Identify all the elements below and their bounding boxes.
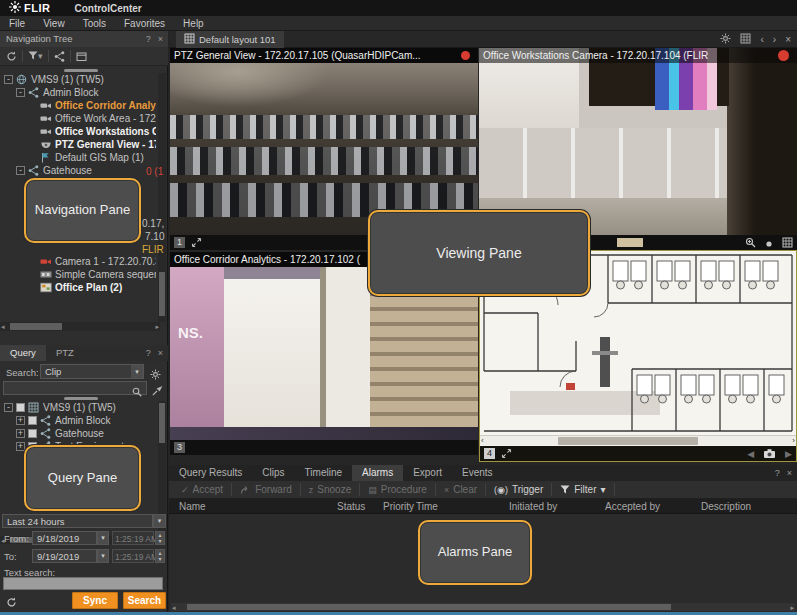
help-icon[interactable]: ? xyxy=(146,345,151,361)
column-header-time[interactable]: Time xyxy=(416,499,438,514)
tab-timeline[interactable]: Timeline xyxy=(295,465,352,481)
checkbox[interactable] xyxy=(16,403,25,412)
to-date-field[interactable]: 9/19/2019 xyxy=(32,549,97,563)
expand-pane-icon[interactable] xyxy=(501,445,512,463)
gear-icon[interactable] xyxy=(720,33,731,46)
tab-query[interactable]: Query xyxy=(0,345,46,361)
expander-icon[interactable]: + xyxy=(16,416,25,425)
menu-tools[interactable]: Tools xyxy=(74,16,115,31)
tab-query-results[interactable]: Query Results xyxy=(169,465,252,481)
close-icon[interactable]: × xyxy=(158,31,163,47)
query-search-input[interactable] xyxy=(3,381,147,395)
close-icon[interactable]: × xyxy=(785,34,791,45)
menu-view[interactable]: View xyxy=(34,16,74,31)
filter-button[interactable]: Filter▾ xyxy=(552,483,614,496)
text-search-input[interactable] xyxy=(3,577,163,590)
chevron-left-icon[interactable]: ‹ xyxy=(760,34,763,45)
time-spinner[interactable]: ▴▾ xyxy=(155,531,165,545)
snapshot-icon[interactable] xyxy=(763,445,776,463)
column-header-initiated-by[interactable]: Initiated by xyxy=(509,499,557,514)
alarm-horizontal-scrollbar[interactable]: ◂ ▸ xyxy=(171,603,795,611)
search-type-dropdown[interactable]: Clip xyxy=(40,364,144,379)
scroll-right-icon[interactable]: ▸ xyxy=(155,322,159,331)
nav-vertical-scrollbar[interactable] xyxy=(158,73,166,322)
search-button[interactable]: Search xyxy=(123,592,166,609)
detach-icon[interactable] xyxy=(76,51,87,62)
tree-item[interactable]: +Gatehouse xyxy=(0,427,156,440)
help-icon[interactable]: ? xyxy=(146,31,151,47)
menu-help[interactable]: Help xyxy=(174,16,213,31)
trigger-button[interactable]: (◉)Trigger xyxy=(486,483,552,496)
menu-file[interactable]: File xyxy=(0,16,34,31)
close-icon[interactable]: × xyxy=(787,465,792,481)
tab-events[interactable]: Events xyxy=(452,465,503,481)
clear-search-icon[interactable] xyxy=(152,382,163,400)
time-spinner[interactable]: ▴▾ xyxy=(155,549,165,563)
grid-overlay-icon[interactable] xyxy=(782,234,793,251)
scroll-right-icon[interactable]: › xyxy=(792,436,795,446)
from-date-field[interactable]: 9/18/2019 xyxy=(32,531,97,545)
tree-item[interactable]: Office Work Area - 172.20.17 xyxy=(0,112,156,125)
splitter-grip[interactable] xyxy=(64,69,98,72)
tab-clips[interactable]: Clips xyxy=(252,465,294,481)
tree-item[interactable]: Office Corridor Analytics - xyxy=(0,99,156,112)
refresh-icon[interactable] xyxy=(6,51,17,62)
chevron-down-icon[interactable]: ▾ xyxy=(131,365,143,378)
tree-item[interactable]: Office Plan (2) xyxy=(0,281,156,294)
tree-item[interactable]: Office Workstations Camer xyxy=(0,125,156,138)
share-icon[interactable] xyxy=(54,51,65,62)
tree-item[interactable]: -Admin Block xyxy=(0,86,156,99)
scroll-left-icon[interactable]: ◂ xyxy=(1,322,5,331)
digital-zoom-icon[interactable] xyxy=(745,234,756,251)
layout-tab[interactable]: Default layout 101 xyxy=(176,31,284,48)
nav-horizontal-scrollbar[interactable]: ◂ ▸ xyxy=(0,322,160,331)
time-range-dropdown[interactable]: Last 24 hours xyxy=(2,514,153,528)
chevron-down-icon[interactable]: ▾ xyxy=(153,514,166,528)
tree-item[interactable]: Simple Camera sequence (1) xyxy=(0,268,156,281)
filter-caret-icon[interactable]: ▾ xyxy=(38,48,43,64)
plan-horizontal-scrollbar[interactable]: ‹ › xyxy=(480,435,796,445)
column-header-description[interactable]: Description xyxy=(701,499,751,514)
close-icon[interactable]: × xyxy=(158,345,163,361)
checkbox[interactable] xyxy=(28,429,37,438)
scroll-left-icon[interactable]: ◂ xyxy=(172,603,176,612)
tab-ptz[interactable]: PTZ xyxy=(46,345,84,361)
tree-item[interactable]: +Admin Block xyxy=(0,414,156,427)
refresh-icon[interactable] xyxy=(6,594,17,612)
tree-item[interactable]: -VMS9 (1) (TW5) xyxy=(0,401,156,414)
checkbox[interactable] xyxy=(28,416,37,425)
menu-favorites[interactable]: Favorites xyxy=(115,16,174,31)
tree-item[interactable]: -Gatehouse xyxy=(0,164,156,177)
next-map-icon[interactable]: ▶ xyxy=(785,449,792,459)
scroll-left-icon[interactable]: ‹ xyxy=(481,436,484,446)
chevron-down-icon[interactable]: ▾ xyxy=(97,531,109,545)
help-icon[interactable]: ? xyxy=(775,465,780,481)
previous-map-icon[interactable]: ◀ xyxy=(747,449,754,459)
expander-icon[interactable]: - xyxy=(4,75,13,84)
filter-icon[interactable] xyxy=(28,51,38,61)
tab-export[interactable]: Export xyxy=(403,465,452,481)
sync-button[interactable]: Sync xyxy=(72,592,118,609)
expander-icon[interactable]: + xyxy=(16,429,25,438)
column-header-accepted-by[interactable]: Accepted by xyxy=(605,499,660,514)
expander-icon[interactable]: - xyxy=(4,403,13,412)
column-header-priority[interactable]: Priority xyxy=(383,499,414,514)
expand-pane-icon[interactable] xyxy=(191,234,202,251)
layouts-grid-icon[interactable] xyxy=(740,33,751,46)
scroll-right-icon[interactable]: ▸ xyxy=(790,603,794,612)
tree-item[interactable]: Default GIS Map (1) xyxy=(0,151,156,164)
splitter-grip[interactable] xyxy=(64,397,98,400)
tree-item[interactable]: Camera 1 - 172.20.70.30 (FLIR P xyxy=(0,255,156,268)
tree-item[interactable]: -VMS9 (1) (TW5) xyxy=(0,73,156,86)
expander-icon[interactable]: - xyxy=(16,166,25,175)
column-header-name[interactable]: Name xyxy=(179,499,206,514)
expander-icon[interactable]: - xyxy=(16,88,25,97)
expander-icon[interactable]: + xyxy=(16,442,25,451)
to-time-field[interactable]: 1:25:19 AM xyxy=(112,549,154,563)
tab-alarms[interactable]: Alarms xyxy=(352,465,403,481)
from-time-field[interactable]: 1:25:19 AM xyxy=(112,531,154,545)
tree-item[interactable]: PTZ General View - 172.20. xyxy=(0,138,156,151)
chevron-right-icon[interactable]: › xyxy=(773,34,776,45)
ptz-control-icon[interactable] xyxy=(765,234,773,251)
chevron-down-icon[interactable]: ▾ xyxy=(97,549,109,563)
